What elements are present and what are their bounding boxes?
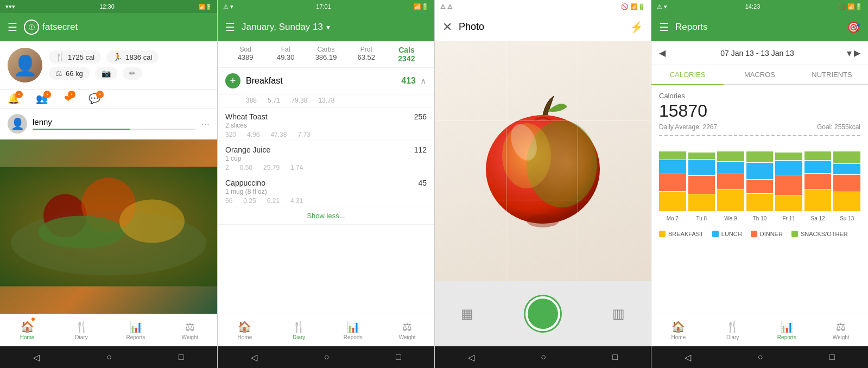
tab-macros[interactable]: MACROS xyxy=(724,65,796,85)
flash-off-icon[interactable]: ⚡ xyxy=(630,21,643,34)
bar-breakfast-4 xyxy=(775,195,802,211)
reports-nav-icon-2: 📊 xyxy=(346,320,360,333)
tab-calories[interactable]: CALORIES xyxy=(651,65,724,85)
legend-label-lunch: LUNCH xyxy=(721,231,742,237)
weight-nav-icon-2: ⚖ xyxy=(402,320,412,333)
diary-dropdown-arrow[interactable]: ▾ xyxy=(326,23,330,31)
notification-icon[interactable]: 🔔 • xyxy=(8,93,20,105)
legend-label-snacks: SNACKS/OTHER xyxy=(801,231,848,237)
home-btn-1[interactable]: ○ xyxy=(106,352,112,362)
recents-btn-2[interactable]: □ xyxy=(396,352,401,362)
breakfast-expand-icon[interactable]: ∧ xyxy=(420,76,427,86)
chat-badge: • xyxy=(96,91,104,98)
wheat-toast-cal: 256 xyxy=(414,112,427,121)
nutrient-header: Sod 4389 Fat 49.30 Carbs 386.19 Prot 63.… xyxy=(218,41,434,68)
date-next-btn[interactable]: ▶ xyxy=(852,46,863,60)
weight-nav-icon-4: ⚖ xyxy=(836,320,846,333)
breakfast-add-btn[interactable]: + xyxy=(225,73,240,88)
daily-average: Daily Average: 2267 xyxy=(659,123,717,131)
breakfast-name: Breakfast xyxy=(246,76,401,86)
cap-header: Cappuccino 45 xyxy=(225,179,427,187)
user-name: lenny xyxy=(33,117,195,126)
nav-diary-1[interactable]: 🍴 Diary xyxy=(54,314,109,346)
sod-val: 4389 xyxy=(225,53,265,61)
nav-reports-label-2: Reports xyxy=(344,334,363,340)
legend-lunch: LUNCH xyxy=(712,231,742,237)
oj-carbs: 25.79 xyxy=(263,164,280,172)
bar-dinner-3 xyxy=(746,180,774,193)
home-nav-icon: 🏠 xyxy=(21,320,34,333)
date-dropdown-icon[interactable]: ▾ xyxy=(847,47,852,59)
back-btn-1[interactable]: ◁ xyxy=(33,352,40,363)
status-bar-4: ⚠ ▾ 14:23 🚫 📶🔋 xyxy=(651,0,868,13)
barcode-icon[interactable]: ▥ xyxy=(612,306,625,321)
avatar-image xyxy=(8,48,42,83)
nav-weight-1[interactable]: ⚖ Weight xyxy=(163,314,217,346)
recents-btn-1[interactable]: □ xyxy=(179,352,184,362)
camera-pill[interactable]: 📷 xyxy=(95,67,117,80)
tab-nutrients[interactable]: NUTRIENTS xyxy=(796,65,868,85)
bar-lunch-6 xyxy=(833,164,860,175)
friends-icon[interactable]: 👥 • xyxy=(36,93,48,105)
gallery-icon[interactable]: ▦ xyxy=(461,306,473,321)
back-btn-4[interactable]: ◁ xyxy=(685,352,691,363)
status-icons-left-4: ⚠ ▾ xyxy=(657,3,667,10)
back-btn-3[interactable]: ◁ xyxy=(468,352,474,363)
prot-val: 63.52 xyxy=(346,53,387,61)
nav-weight-4[interactable]: ⚖ Weight xyxy=(814,314,868,346)
nav-diary-4[interactable]: 🍴 Diary xyxy=(706,314,760,346)
cap-name: Cappuccino xyxy=(225,179,418,187)
nav-reports-4[interactable]: 📊 Reports xyxy=(760,314,814,346)
nav-diary-label-4: Diary xyxy=(726,334,739,340)
chat-icon[interactable]: 💬 • xyxy=(88,93,100,105)
nav-dot xyxy=(31,318,35,321)
home-btn-4[interactable]: ○ xyxy=(758,352,763,362)
chart-bar-group-1 xyxy=(688,151,715,211)
nav-reports-1[interactable]: 📊 Reports xyxy=(109,314,163,346)
nav-reports-2[interactable]: 📊 Reports xyxy=(326,314,381,346)
home-btn-3[interactable]: ○ xyxy=(541,352,546,362)
nav-home-4[interactable]: 🏠 Home xyxy=(651,314,706,346)
wt-sod: 320 xyxy=(225,131,236,138)
more-icon[interactable]: ⋯ xyxy=(201,119,210,129)
close-icon[interactable]: ✕ xyxy=(442,20,452,34)
legend-dot-breakfast xyxy=(659,231,666,237)
fat-label: Fat xyxy=(265,46,306,53)
nav-weight-2[interactable]: ⚖ Weight xyxy=(380,314,434,346)
bar-breakfast-6 xyxy=(833,192,860,211)
hamburger-icon-2[interactable]: ☰ xyxy=(225,21,235,34)
nav-reports-label-1: Reports xyxy=(126,334,145,340)
legend-dot-snacks xyxy=(791,231,798,237)
app-logo: ⓕ fatsecret xyxy=(24,20,78,35)
recents-btn-4[interactable]: □ xyxy=(829,352,835,362)
diary-nav-icon: 🍴 xyxy=(75,320,88,333)
date-range-bar: ◀ 07 Jan 13 - 13 Jan 13 ▾ ▶ xyxy=(651,41,868,65)
capture-button[interactable] xyxy=(525,296,560,331)
oj-fat: 0.50 xyxy=(240,164,252,172)
stats-grid: 🍴 1725 cal 🏃 1836 cal ⚖ 66 kg 📷 ✏ xyxy=(49,50,210,80)
hamburger-icon-4[interactable]: ☰ xyxy=(659,21,669,34)
photo-header: ✕ Photo ⚡ xyxy=(435,13,651,41)
diary-date: January, Sunday 13 xyxy=(242,22,323,33)
home-nav-icon-4: 🏠 xyxy=(671,320,685,333)
status-icons-right-3: 🚫 📶🔋 xyxy=(621,3,645,10)
show-more-btn[interactable]: Show less... xyxy=(218,207,434,225)
logo-circle: ⓕ xyxy=(24,20,39,35)
legend-label-dinner: DINNER xyxy=(760,231,783,237)
breakfast-header[interactable]: + Breakfast 413 ∧ xyxy=(218,68,434,94)
weight: 66 kg xyxy=(66,69,83,78)
hamburger-icon[interactable]: ☰ xyxy=(8,21,17,34)
food-image xyxy=(0,139,217,314)
bar-dinner-1 xyxy=(688,176,715,194)
date-prev-btn[interactable]: ◀ xyxy=(657,46,668,60)
edit-pill[interactable]: ✏ xyxy=(123,67,142,80)
bar-snacks-0 xyxy=(659,151,686,160)
nav-diary-2[interactable]: 🍴 Diary xyxy=(272,314,326,346)
recents-btn-3[interactable]: □ xyxy=(612,352,618,362)
heart-icon[interactable]: ❤ • xyxy=(64,93,72,105)
home-btn-2[interactable]: ○ xyxy=(324,352,330,362)
back-btn-2[interactable]: ◁ xyxy=(251,352,257,363)
nav-home-2[interactable]: 🏠 Home xyxy=(218,314,272,346)
reports-nav-icon-1: 📊 xyxy=(129,320,143,333)
nav-home-1[interactable]: 🏠 Home xyxy=(0,314,54,346)
